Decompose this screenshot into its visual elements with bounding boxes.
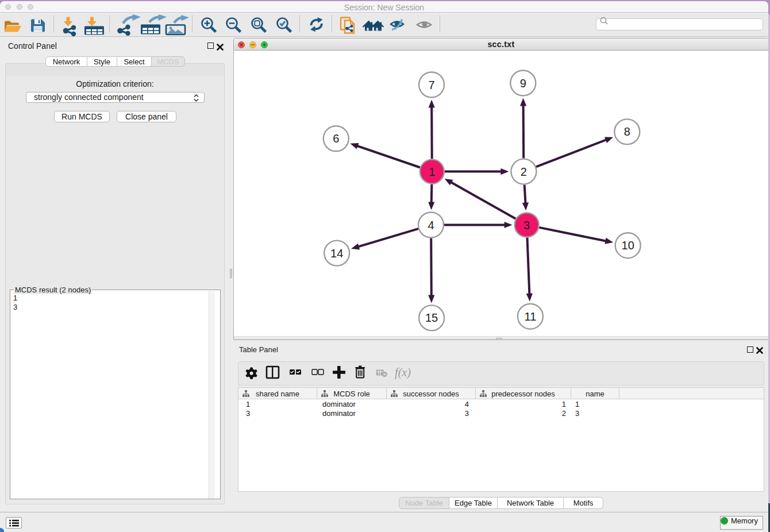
svg-text:11: 11 xyxy=(525,310,537,323)
svg-text:f(x): f(x) xyxy=(395,366,411,379)
svg-text:1: 1 xyxy=(429,165,435,178)
svg-text:4: 4 xyxy=(428,219,434,232)
svg-text:10: 10 xyxy=(622,239,634,252)
svg-text:6: 6 xyxy=(333,132,339,145)
svg-text:8: 8 xyxy=(624,125,630,138)
svg-text:3: 3 xyxy=(523,219,530,232)
svg-text:9: 9 xyxy=(520,77,526,90)
svg-text:7: 7 xyxy=(428,79,434,91)
svg-text:2: 2 xyxy=(521,165,527,178)
svg-text:15: 15 xyxy=(425,311,438,324)
svg-text:14: 14 xyxy=(330,247,343,260)
